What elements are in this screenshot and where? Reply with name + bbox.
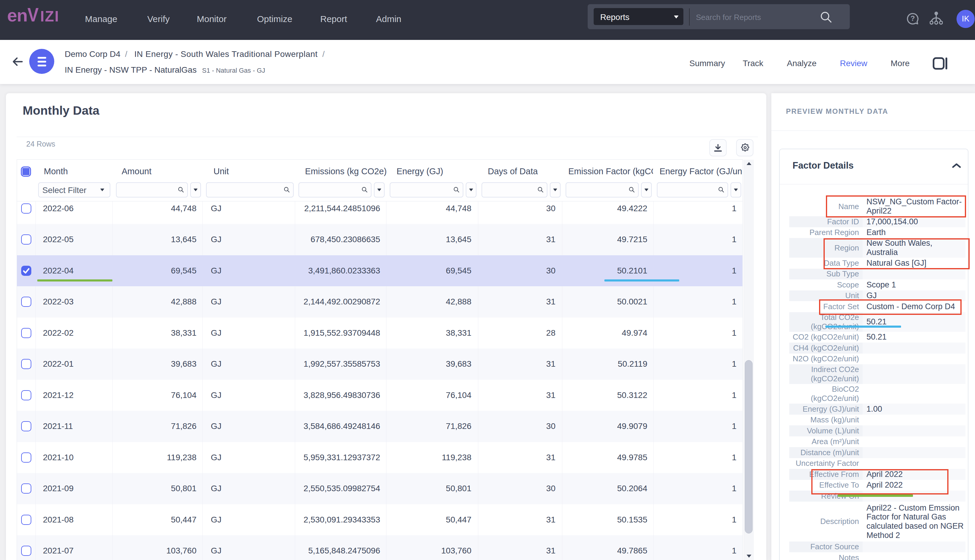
svg-text:?: ?	[911, 14, 915, 22]
